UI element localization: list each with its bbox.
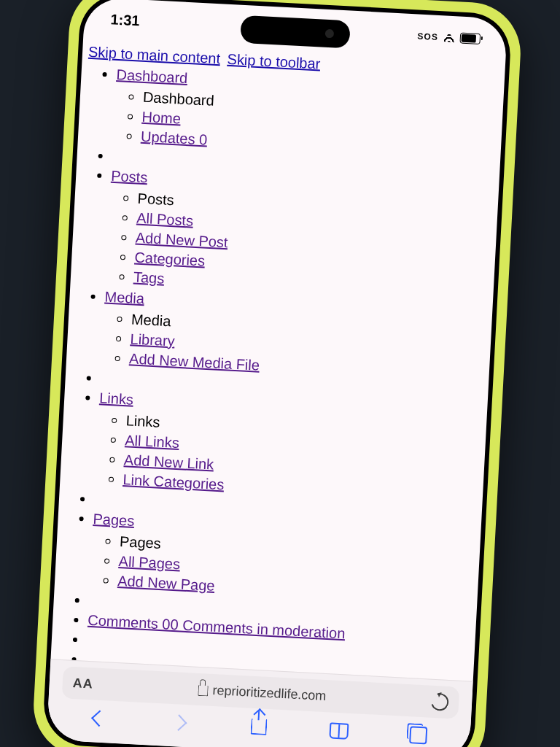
phone-frame: 1:31 SOS Skip to main content Skip to to… <box>31 0 524 747</box>
share-button[interactable] <box>249 717 268 737</box>
posts-label: Posts <box>137 190 174 209</box>
dashboard-label: Dashboard <box>142 89 214 109</box>
library-link[interactable]: Library <box>130 330 175 349</box>
add-page-link[interactable]: Add New Page <box>117 573 215 594</box>
back-button[interactable] <box>89 708 109 728</box>
skip-main-link[interactable]: Skip to main content <box>88 44 221 66</box>
links-label: Links <box>125 412 160 430</box>
reload-icon[interactable] <box>428 690 451 713</box>
admin-menu: Dashboard Dashboard Home Updates 0 Posts… <box>56 63 498 681</box>
link-categories-link[interactable]: Link Categories <box>122 471 225 492</box>
tabs-button[interactable] <box>408 725 428 745</box>
phone-screen: 1:31 SOS Skip to main content Skip to to… <box>47 0 508 747</box>
phone-bezel: 1:31 SOS Skip to main content Skip to to… <box>42 0 512 747</box>
links-link[interactable]: Links <box>99 390 134 407</box>
status-sos: SOS <box>417 31 438 42</box>
page-content: Skip to main content Skip to toolbar Das… <box>56 42 499 681</box>
menu-links: Links Links All Links Add New Link Link … <box>95 388 481 508</box>
text-size-button[interactable]: AA <box>72 675 93 691</box>
media-label: Media <box>131 311 171 329</box>
add-post-link[interactable]: Add New Post <box>135 230 228 251</box>
bookmarks-button[interactable] <box>329 721 349 740</box>
all-links-link[interactable]: All Links <box>125 432 180 451</box>
wifi-icon <box>443 32 456 42</box>
status-time: 1:31 <box>110 11 140 29</box>
tags-link[interactable]: Tags <box>133 269 165 287</box>
media-link[interactable]: Media <box>104 288 145 306</box>
all-pages-link[interactable]: All Pages <box>118 553 181 572</box>
all-posts-link[interactable]: All Posts <box>136 210 194 229</box>
lock-icon <box>198 684 209 696</box>
forward-button[interactable] <box>169 713 189 732</box>
dynamic-island <box>240 15 351 49</box>
updates-link[interactable]: Updates 0 <box>141 128 208 148</box>
url-domain: reprioritizedlife.com <box>212 682 327 703</box>
skip-toolbar-link[interactable]: Skip to toolbar <box>227 51 321 72</box>
battery-icon <box>459 32 481 44</box>
pages-label: Pages <box>120 533 162 551</box>
categories-link[interactable]: Categories <box>134 249 206 269</box>
pages-link[interactable]: Pages <box>93 511 135 529</box>
posts-link[interactable]: Posts <box>111 168 148 186</box>
dashboard-link[interactable]: Dashboard <box>116 66 188 86</box>
menu-posts: Posts Posts All Posts Add New Post Categ… <box>105 166 493 306</box>
add-link-link[interactable]: Add New Link <box>123 452 214 472</box>
home-link[interactable]: Home <box>141 109 181 127</box>
